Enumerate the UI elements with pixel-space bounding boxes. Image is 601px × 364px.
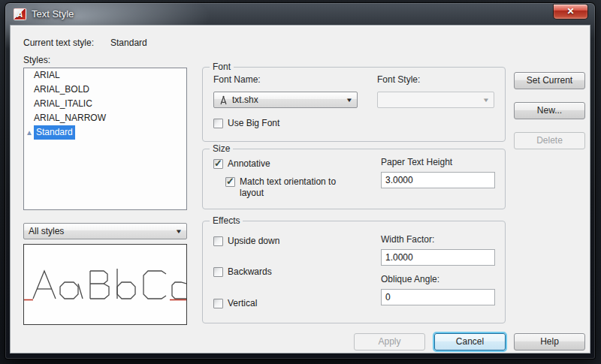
text-style-dialog: A Text Style ✕ Current text style: Stand… [5,3,595,359]
checkbox-unchecked [213,267,223,277]
close-button[interactable]: ✕ [553,4,588,20]
titlebar[interactable]: A Text Style ✕ [5,3,595,25]
style-item-arial[interactable]: ARIAL [24,68,186,83]
size-group-title: Size [210,143,233,154]
width-factor-label: Width Factor: [381,234,434,245]
check-icon: ✓ [226,176,234,187]
annotative-label: Annotative [228,158,270,170]
effects-group: Effects Upside down Backwards Vertical W… [202,221,506,323]
oblique-angle-label: Oblique Angle: [381,274,439,284]
use-big-font-label: Use Big Font [228,118,279,129]
backwards-label: Backwards [228,266,272,278]
checkbox-unchecked [213,236,223,246]
upside-down-checkbox[interactable]: Upside down [213,236,279,247]
style-item-arial-italic[interactable]: ARIAL_ITALIC [24,97,186,111]
chevron-down-icon: ▼ [175,228,183,235]
font-group-title: Font [210,62,234,72]
effects-group-title: Effects [210,215,243,226]
font-group: Font Font Name: txt.shx ▼ Font Style: ▼ [202,67,506,142]
chevron-down-icon: ▼ [346,97,353,104]
checkbox-checked: ✓ [213,159,223,169]
paper-height-label: Paper Text Height [381,157,452,167]
annotative-icon: ▲ [26,125,33,140]
autocad-app-icon: A [14,8,26,20]
current-style-row: Current text style: Standard [23,38,147,48]
close-icon: ✕ [566,6,574,17]
current-style-value: Standard [110,38,147,48]
match-orientation-checkbox[interactable]: ✓ Match text orientation to layout [225,176,349,199]
use-big-font-checkbox[interactable]: Use Big Font [213,118,279,129]
style-filter-dropdown[interactable]: All styles ▼ [23,223,187,239]
styles-list: ARIAL ARIAL_BOLD ARIAL_ITALIC ARIAL_NARR… [23,68,187,210]
window-title: Text Style [32,8,74,20]
style-item-arial-narrow[interactable]: ARIAL_NARROW [24,111,186,125]
font-preview-box [23,244,187,325]
style-filter-value: All styles [29,226,64,236]
font-name-dropdown[interactable]: txt.shx ▼ [213,92,358,108]
paper-height-input[interactable] [381,172,495,188]
style-item-arial-bold[interactable]: ARIAL_BOLD [24,83,186,97]
cancel-button[interactable]: Cancel [434,333,506,350]
font-style-label: Font Style: [377,74,420,85]
shx-font-icon [219,95,228,105]
vertical-label: Vertical [228,298,257,309]
desktop-background: { "icons": { "app_letter": "A", "close":… [0,0,601,364]
new-button[interactable]: New... [514,102,585,119]
shx-preview-drawing [24,245,186,324]
backwards-checkbox[interactable]: Backwards [213,266,272,278]
width-factor-input[interactable] [381,249,495,266]
checkbox-unchecked [213,299,223,308]
match-orientation-label: Match text orientation to layout [240,176,349,199]
dialog-body: Current text style: Standard Styles: ARI… [10,25,590,353]
chevron-down-icon: ▼ [482,97,490,104]
delete-button: Delete [514,132,585,149]
app-icon-letter: A [17,10,23,19]
style-item-standard[interactable]: ▲ Standard [24,125,186,140]
font-name-value: txt.shx [232,95,258,105]
font-style-dropdown: ▼ [377,92,494,108]
styles-label: Styles: [23,55,50,65]
size-group: Size ✓ Annotative ✓ Match text orientati… [202,149,506,209]
font-name-label: Font Name: [213,74,261,85]
set-current-button[interactable]: Set Current [514,72,585,89]
vertical-checkbox[interactable]: Vertical [213,298,257,309]
upside-down-label: Upside down [228,236,279,247]
checkbox-unchecked [213,119,223,128]
help-button[interactable]: Help [514,333,585,350]
current-style-label: Current text style: [23,38,94,48]
checkbox-checked: ✓ [225,177,235,187]
annotative-checkbox[interactable]: ✓ Annotative [213,158,270,170]
oblique-angle-input[interactable] [381,289,495,305]
apply-button: Apply [354,333,425,350]
check-icon: ✓ [214,158,222,169]
